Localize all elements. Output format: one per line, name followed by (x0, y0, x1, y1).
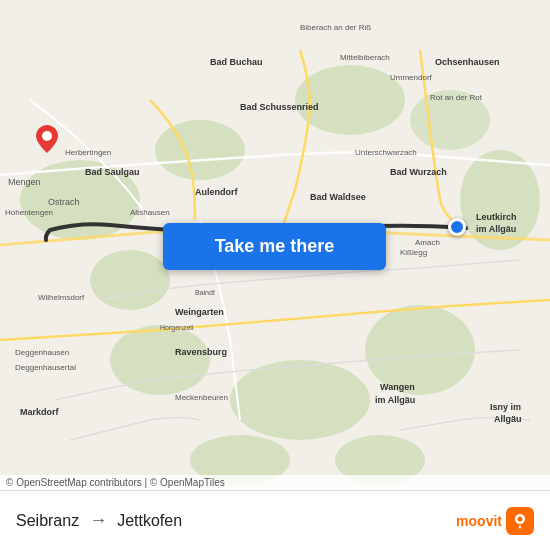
svg-text:Allgäu: Allgäu (494, 414, 522, 424)
destination-dot (448, 218, 466, 236)
svg-text:Bad Schussenried: Bad Schussenried (240, 102, 319, 112)
svg-text:Meckenbeuren: Meckenbeuren (175, 393, 228, 402)
origin-pin (36, 125, 58, 153)
svg-point-7 (295, 65, 405, 135)
svg-text:Ostrach: Ostrach (48, 197, 80, 207)
svg-text:Rot an der Rot: Rot an der Rot (430, 93, 483, 102)
svg-point-48 (518, 516, 523, 521)
svg-text:Deggenhausen: Deggenhausen (15, 348, 69, 357)
take-me-there-button[interactable]: Take me there (163, 223, 386, 270)
moovit-logo: moovit (456, 507, 534, 535)
svg-text:Leutkirch: Leutkirch (476, 212, 517, 222)
svg-text:Markdorf: Markdorf (20, 407, 60, 417)
svg-text:Ummendorf: Ummendorf (390, 73, 433, 82)
svg-point-5 (460, 150, 540, 250)
svg-text:Isny im: Isny im (490, 402, 521, 412)
direction-arrow-icon: → (89, 510, 107, 531)
svg-text:Bad Wurzach: Bad Wurzach (390, 167, 447, 177)
map-container: Mengen Herbertingen Hohentengen Bad Saul… (0, 0, 550, 490)
svg-text:Bad Saulgau: Bad Saulgau (85, 167, 140, 177)
svg-text:Baindt: Baindt (195, 289, 215, 296)
map-attribution: © OpenStreetMap contributors | © OpenMap… (0, 475, 550, 490)
moovit-icon (506, 507, 534, 535)
svg-text:Mengen: Mengen (8, 177, 41, 187)
svg-text:Mittelbiberach: Mittelbiberach (340, 53, 390, 62)
svg-text:Horgenzell: Horgenzell (160, 324, 194, 332)
svg-text:Wangen: Wangen (380, 382, 415, 392)
svg-text:Weingarten: Weingarten (175, 307, 224, 317)
svg-text:Biberach an der Riß: Biberach an der Riß (300, 23, 371, 32)
svg-text:Amach: Amach (415, 238, 440, 247)
svg-text:Deggenhausertal: Deggenhausertal (15, 363, 76, 372)
svg-point-3 (230, 360, 370, 440)
svg-text:Hohentengen: Hohentengen (5, 208, 53, 217)
svg-text:Bad Waldsee: Bad Waldsee (310, 192, 366, 202)
svg-text:im Allgäu: im Allgäu (375, 395, 415, 405)
svg-text:Kißlegg: Kißlegg (400, 248, 427, 257)
svg-text:im Allgäu: im Allgäu (476, 224, 516, 234)
svg-text:Unterschwarzach: Unterschwarzach (355, 148, 417, 157)
svg-point-8 (90, 250, 170, 310)
svg-point-46 (42, 131, 52, 141)
origin-label: Seibranz (16, 512, 79, 530)
svg-text:Herbertingen: Herbertingen (65, 148, 111, 157)
svg-text:Aulendorf: Aulendorf (195, 187, 238, 197)
destination-label: Jettkofen (117, 512, 182, 530)
svg-text:Ochsenhausen: Ochsenhausen (435, 57, 500, 67)
moovit-text: moovit (456, 513, 502, 529)
svg-text:Bad Buchau: Bad Buchau (210, 57, 263, 67)
bottom-bar: Seibranz → Jettkofen moovit (0, 490, 550, 550)
svg-text:Altshausen: Altshausen (130, 208, 170, 217)
svg-text:Ravensburg: Ravensburg (175, 347, 227, 357)
svg-point-6 (155, 120, 245, 180)
svg-text:Wilhelmsdorf: Wilhelmsdorf (38, 293, 85, 302)
